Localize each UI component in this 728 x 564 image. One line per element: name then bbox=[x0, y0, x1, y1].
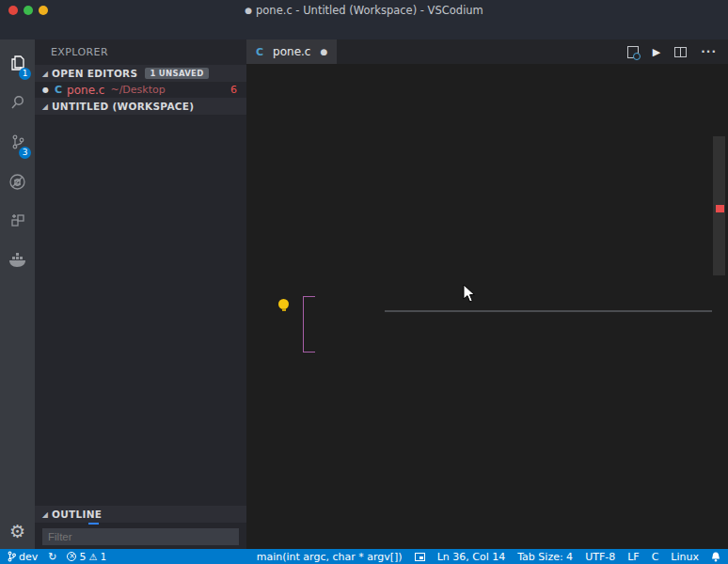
language-indicator[interactable]: C bbox=[652, 551, 659, 563]
dirty-dot-icon: ● bbox=[42, 86, 49, 94]
suggest-widget bbox=[385, 310, 712, 312]
eol-indicator[interactable]: LF bbox=[627, 551, 639, 563]
sync-icon: ↻ bbox=[48, 551, 56, 563]
extensions-icon bbox=[8, 212, 27, 234]
title-bar: ●pone.c - Untitled (Workspace) - VSCodiu… bbox=[0, 0, 728, 21]
status-bar: dev ↻ × 5 ⚠ 1 main(int argc, char * argv… bbox=[0, 549, 728, 564]
git-branch-status[interactable]: dev bbox=[8, 551, 38, 563]
editor-group: C pone.c ● ▶ ··· bbox=[246, 39, 728, 549]
lightbulb-icon[interactable] bbox=[278, 299, 289, 309]
sidebar-title: EXPLORER bbox=[35, 39, 246, 65]
more-actions-icon[interactable]: ··· bbox=[701, 45, 717, 58]
source-control-activity-button[interactable]: 3 bbox=[0, 124, 35, 164]
menu-bar bbox=[0, 21, 728, 39]
extensions-activity-button[interactable] bbox=[0, 203, 35, 243]
settings-gear-icon[interactable]: ⚙ bbox=[0, 521, 35, 541]
split-editor-icon[interactable] bbox=[674, 47, 687, 57]
workspace-header[interactable]: ◢ UNTITLED (WORKSPACE) bbox=[35, 98, 246, 115]
overview-error-marker bbox=[716, 205, 724, 212]
docker-activity-button[interactable] bbox=[0, 243, 35, 282]
window-title: ●pone.c - Untitled (Workspace) - VSCodiu… bbox=[0, 4, 728, 17]
cursor-position[interactable]: Ln 36, Col 14 bbox=[437, 551, 506, 563]
error-icon: × bbox=[67, 552, 76, 561]
debug-activity-button[interactable] bbox=[0, 164, 35, 203]
open-editors-header[interactable]: ◢ OPEN EDITORS 1 UNSAVED bbox=[35, 65, 246, 82]
picture-in-picture-icon[interactable] bbox=[415, 553, 425, 561]
notifications-bell[interactable] bbox=[711, 552, 720, 562]
docker-icon bbox=[8, 251, 28, 274]
sync-button[interactable]: ↻ bbox=[48, 551, 56, 563]
os-indicator: Linux bbox=[671, 551, 699, 563]
chevron-down-icon: ◢ bbox=[39, 70, 52, 78]
run-code-button[interactable]: ▶ bbox=[653, 46, 660, 58]
tab-dirty-dot[interactable]: ● bbox=[320, 47, 327, 56]
search-activity-button[interactable] bbox=[0, 85, 35, 124]
encoding-indicator[interactable]: UTF-8 bbox=[585, 551, 615, 563]
c-file-icon: C bbox=[256, 46, 263, 58]
debug-icon bbox=[8, 172, 27, 196]
chevron-down-icon: ◢ bbox=[39, 102, 52, 111]
outline-progress-bar bbox=[88, 523, 99, 525]
open-preview-icon[interactable] bbox=[627, 46, 639, 58]
c-file-icon: C bbox=[55, 84, 62, 96]
symbol-context[interactable]: main(int argc, char * argv[]) bbox=[257, 551, 403, 563]
open-editor-path: ~/Desktop bbox=[110, 84, 165, 96]
source-control-badge: 3 bbox=[19, 147, 31, 159]
chevron-down-icon: ◢ bbox=[39, 510, 52, 519]
activity-bar: 1 3 bbox=[0, 39, 35, 549]
open-editor-filename: pone.c bbox=[67, 84, 104, 97]
problems-status[interactable]: × 5 ⚠ 1 bbox=[67, 551, 106, 563]
explorer-badge: 1 bbox=[19, 68, 31, 80]
branch-icon bbox=[8, 551, 16, 562]
bell-icon bbox=[711, 552, 720, 562]
outline-filter-input[interactable] bbox=[42, 528, 239, 545]
problems-count-badge: 6 bbox=[230, 84, 237, 96]
tab-bar: C pone.c ● ▶ ··· bbox=[246, 39, 728, 64]
explorer-activity-button[interactable]: 1 bbox=[0, 45, 35, 85]
explorer-sidebar: EXPLORER ◢ OPEN EDITORS 1 UNSAVED ● C po… bbox=[35, 39, 246, 549]
bracket-match-guide bbox=[303, 296, 315, 352]
mouse-pointer bbox=[463, 284, 476, 304]
warning-icon: ⚠ 1 bbox=[88, 552, 106, 562]
search-icon bbox=[8, 93, 27, 116]
code-area[interactable] bbox=[246, 64, 728, 549]
vscodium-window: ●pone.c - Untitled (Workspace) - VSCodiu… bbox=[0, 0, 728, 564]
open-editor-pone-c[interactable]: ● C pone.c ~/Desktop 6 bbox=[35, 82, 246, 98]
tab-pone-c[interactable]: C pone.c ● bbox=[246, 39, 337, 64]
unsaved-badge: 1 UNSAVED bbox=[145, 68, 208, 79]
outline-header[interactable]: ◢ OUTLINE bbox=[35, 506, 246, 523]
tab-size-indicator[interactable]: Tab Size: 4 bbox=[517, 551, 573, 563]
dirty-indicator: ● bbox=[245, 6, 252, 15]
